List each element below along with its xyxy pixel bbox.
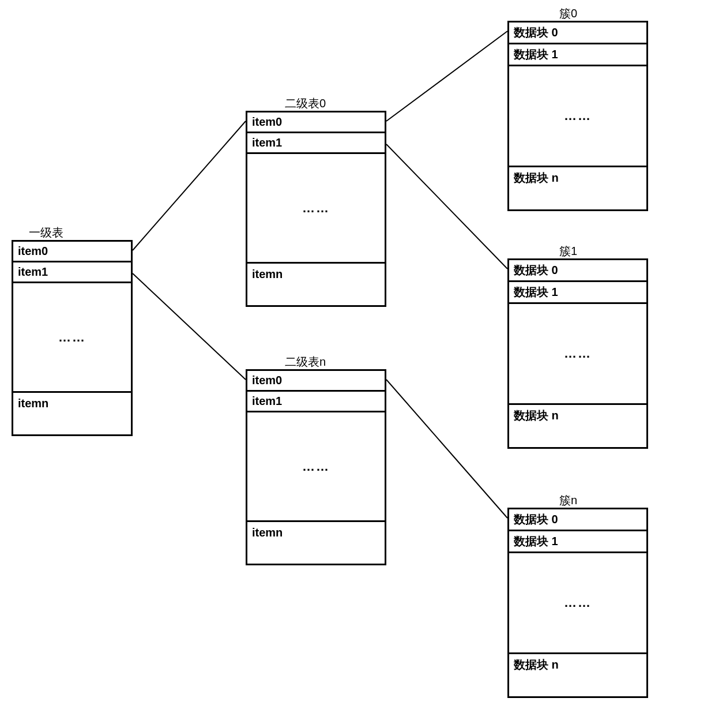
level2-n-table: item0 item1 …… itemn xyxy=(246,369,386,565)
line-l2a-to-c0 xyxy=(386,31,507,121)
l2b-itemn: itemn xyxy=(247,522,385,543)
c1-block1: 数据块 1 xyxy=(509,282,646,304)
l2a-ellipsis: …… xyxy=(247,154,385,264)
l2b-item0: item0 xyxy=(247,371,385,392)
line-l1-to-l2b xyxy=(133,273,246,380)
cluster-n-table: 数据块 0 数据块 1 …… 数据块 n xyxy=(507,508,648,698)
cluster-0-title: 簇0 xyxy=(559,6,577,21)
cluster-n-title: 簇n xyxy=(559,493,577,508)
level1-title: 一级表 xyxy=(29,225,63,241)
c0-block1: 数据块 1 xyxy=(509,44,646,66)
l2a-itemn: itemn xyxy=(247,264,385,284)
cn-block1: 数据块 1 xyxy=(509,531,646,553)
line-l1-to-l2a xyxy=(133,121,246,250)
l1-itemn: itemn xyxy=(13,393,131,414)
c1-block0: 数据块 0 xyxy=(509,260,646,282)
l2b-ellipsis: …… xyxy=(247,412,385,522)
l2b-item1: item1 xyxy=(247,392,385,412)
c1-ellipsis: …… xyxy=(509,304,646,405)
l2a-item1: item1 xyxy=(247,133,385,154)
cn-ellipsis: …… xyxy=(509,553,646,654)
c0-ellipsis: …… xyxy=(509,66,646,167)
cluster-1-table: 数据块 0 数据块 1 …… 数据块 n xyxy=(507,258,648,449)
c0-blockn: 数据块 n xyxy=(509,167,646,188)
cn-block0: 数据块 0 xyxy=(509,509,646,531)
l2a-item0: item0 xyxy=(247,112,385,133)
level2-0-title: 二级表0 xyxy=(285,96,326,111)
c0-block0: 数据块 0 xyxy=(509,22,646,44)
level2-n-title: 二级表n xyxy=(285,354,326,370)
level2-0-table: item0 item1 …… itemn xyxy=(246,111,386,307)
cn-blockn: 数据块 n xyxy=(509,654,646,675)
line-l2a-to-c1 xyxy=(386,144,507,269)
c1-blockn: 数据块 n xyxy=(509,405,646,426)
level1-table: item0 item1 …… itemn xyxy=(12,240,133,436)
l1-item1: item1 xyxy=(13,262,131,283)
cluster-1-title: 簇1 xyxy=(559,243,577,259)
l1-item0: item0 xyxy=(13,242,131,262)
l1-ellipsis: …… xyxy=(13,283,131,393)
cluster-0-table: 数据块 0 数据块 1 …… 数据块 n xyxy=(507,21,648,211)
line-l2b-to-cn xyxy=(386,380,507,518)
